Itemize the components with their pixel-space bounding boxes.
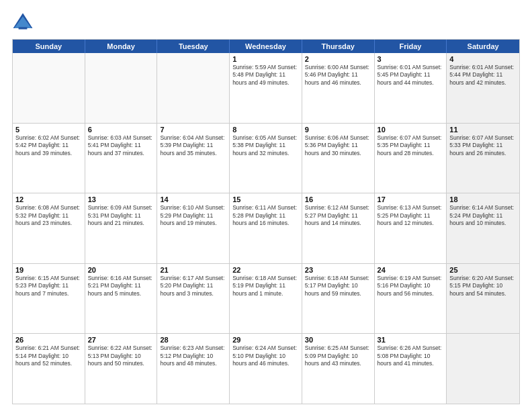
page: SundayMondayTuesdayWednesdayThursdayFrid… [0,0,532,411]
day-number: 14 [160,195,226,203]
week-row: 12Sunrise: 6:08 AM Sunset: 5:32 PM Dayli… [13,193,519,263]
header [12,12,520,34]
logo-icon [12,12,34,34]
day-info: Sunrise: 6:03 AM Sunset: 5:41 PM Dayligh… [88,134,154,157]
day-info: Sunrise: 6:25 AM Sunset: 5:09 PM Dayligh… [305,345,371,367]
day-number: 2 [305,55,371,63]
day-cell: 1Sunrise: 5:59 AM Sunset: 5:48 PM Daylig… [230,53,302,123]
day-cell: 12Sunrise: 6:08 AM Sunset: 5:32 PM Dayli… [13,193,85,263]
day-number: 21 [160,266,226,274]
day-info: Sunrise: 6:20 AM Sunset: 5:15 PM Dayligh… [449,275,517,298]
day-number: 22 [232,266,299,274]
day-cell: 25Sunrise: 6:20 AM Sunset: 5:15 PM Dayli… [447,264,519,334]
day-header: Monday [85,40,158,53]
day-header: Thursday [302,40,375,53]
day-cell: 4Sunrise: 6:01 AM Sunset: 5:44 PM Daylig… [447,53,519,123]
logo [12,12,36,34]
day-cell: 26Sunrise: 6:21 AM Sunset: 5:14 PM Dayli… [13,334,85,404]
day-info: Sunrise: 6:07 AM Sunset: 5:35 PM Dayligh… [378,134,444,157]
day-info: Sunrise: 6:13 AM Sunset: 5:25 PM Dayligh… [378,204,444,227]
day-headers: SundayMondayTuesdayWednesdayThursdayFrid… [13,40,519,53]
day-number: 15 [232,195,299,203]
week-row: 19Sunrise: 6:15 AM Sunset: 5:23 PM Dayli… [13,263,519,334]
day-number: 19 [15,266,82,274]
day-number: 28 [160,336,226,344]
day-number: 23 [305,266,371,274]
day-cell: 23Sunrise: 6:18 AM Sunset: 5:17 PM Dayli… [302,264,375,334]
day-info: Sunrise: 6:23 AM Sunset: 5:12 PM Dayligh… [160,345,226,367]
day-cell: 5Sunrise: 6:02 AM Sunset: 5:42 PM Daylig… [13,124,85,193]
day-info: Sunrise: 6:00 AM Sunset: 5:46 PM Dayligh… [305,64,371,87]
day-info: Sunrise: 6:18 AM Sunset: 5:17 PM Dayligh… [305,275,371,298]
day-cell: 17Sunrise: 6:13 AM Sunset: 5:25 PM Dayli… [375,193,447,263]
day-number: 11 [449,126,517,134]
day-cell: 16Sunrise: 6:12 AM Sunset: 5:27 PM Dayli… [302,193,375,263]
day-cell: 10Sunrise: 6:07 AM Sunset: 5:35 PM Dayli… [375,124,447,193]
day-number: 25 [449,266,517,274]
day-info: Sunrise: 6:16 AM Sunset: 5:21 PM Dayligh… [88,275,154,298]
day-info: Sunrise: 6:21 AM Sunset: 5:14 PM Dayligh… [15,345,82,367]
day-info: Sunrise: 6:04 AM Sunset: 5:39 PM Dayligh… [160,134,226,157]
day-number: 7 [160,126,226,134]
day-info: Sunrise: 6:02 AM Sunset: 5:42 PM Dayligh… [15,134,82,157]
week-row: 5Sunrise: 6:02 AM Sunset: 5:42 PM Daylig… [13,123,519,193]
day-cell: 6Sunrise: 6:03 AM Sunset: 5:41 PM Daylig… [85,124,158,193]
day-number: 4 [449,55,517,63]
day-number: 27 [88,336,154,344]
week-row: 26Sunrise: 6:21 AM Sunset: 5:14 PM Dayli… [13,333,519,404]
day-number: 24 [378,266,444,274]
day-cell [447,334,519,404]
day-cell: 20Sunrise: 6:16 AM Sunset: 5:21 PM Dayli… [85,264,158,334]
day-number: 26 [15,336,82,344]
day-info: Sunrise: 6:14 AM Sunset: 5:24 PM Dayligh… [449,204,517,227]
day-number: 13 [88,195,154,203]
day-info: Sunrise: 6:05 AM Sunset: 5:38 PM Dayligh… [232,134,299,157]
day-info: Sunrise: 6:17 AM Sunset: 5:20 PM Dayligh… [160,275,226,298]
day-info: Sunrise: 6:09 AM Sunset: 5:31 PM Dayligh… [88,204,154,227]
day-info: Sunrise: 6:07 AM Sunset: 5:33 PM Dayligh… [449,134,517,157]
day-number: 18 [449,195,517,203]
day-number: 9 [305,126,371,134]
day-number: 10 [378,126,444,134]
svg-rect-2 [19,27,28,29]
day-cell: 30Sunrise: 6:25 AM Sunset: 5:09 PM Dayli… [302,334,375,404]
day-cell: 11Sunrise: 6:07 AM Sunset: 5:33 PM Dayli… [447,124,519,193]
day-header: Tuesday [157,40,230,53]
day-cell [85,53,158,123]
day-number: 5 [15,126,82,134]
day-cell: 3Sunrise: 6:01 AM Sunset: 5:45 PM Daylig… [375,53,447,123]
week-row: 1Sunrise: 5:59 AM Sunset: 5:48 PM Daylig… [13,53,519,123]
day-cell: 31Sunrise: 6:26 AM Sunset: 5:08 PM Dayli… [375,334,447,404]
day-number: 8 [232,126,299,134]
day-cell: 9Sunrise: 6:06 AM Sunset: 5:36 PM Daylig… [302,124,375,193]
day-cell: 28Sunrise: 6:23 AM Sunset: 5:12 PM Dayli… [157,334,230,404]
day-number: 31 [378,336,444,344]
day-cell: 18Sunrise: 6:14 AM Sunset: 5:24 PM Dayli… [447,193,519,263]
day-info: Sunrise: 6:01 AM Sunset: 5:44 PM Dayligh… [449,64,517,87]
day-info: Sunrise: 6:15 AM Sunset: 5:23 PM Dayligh… [15,275,82,298]
day-number: 16 [305,195,371,203]
day-cell: 21Sunrise: 6:17 AM Sunset: 5:20 PM Dayli… [157,264,230,334]
day-header: Sunday [13,40,85,53]
day-number: 12 [15,195,82,203]
day-number: 20 [88,266,154,274]
day-cell: 2Sunrise: 6:00 AM Sunset: 5:46 PM Daylig… [302,53,375,123]
day-cell [13,53,85,123]
day-header: Saturday [447,40,519,53]
svg-marker-1 [14,16,32,28]
day-cell: 7Sunrise: 6:04 AM Sunset: 5:39 PM Daylig… [157,124,230,193]
day-cell: 13Sunrise: 6:09 AM Sunset: 5:31 PM Dayli… [85,193,158,263]
day-info: Sunrise: 6:08 AM Sunset: 5:32 PM Dayligh… [15,204,82,227]
day-info: Sunrise: 6:22 AM Sunset: 5:13 PM Dayligh… [88,345,154,367]
day-info: Sunrise: 6:06 AM Sunset: 5:36 PM Dayligh… [305,134,371,157]
day-cell: 19Sunrise: 6:15 AM Sunset: 5:23 PM Dayli… [13,264,85,334]
day-cell: 22Sunrise: 6:18 AM Sunset: 5:19 PM Dayli… [230,264,302,334]
day-number: 17 [378,195,444,203]
day-cell: 14Sunrise: 6:10 AM Sunset: 5:29 PM Dayli… [157,193,230,263]
day-info: Sunrise: 6:24 AM Sunset: 5:10 PM Dayligh… [232,345,299,367]
day-number: 3 [378,55,444,63]
day-cell: 24Sunrise: 6:19 AM Sunset: 5:16 PM Dayli… [375,264,447,334]
day-info: Sunrise: 6:18 AM Sunset: 5:19 PM Dayligh… [232,275,299,298]
day-number: 30 [305,336,371,344]
day-header: Friday [375,40,447,53]
